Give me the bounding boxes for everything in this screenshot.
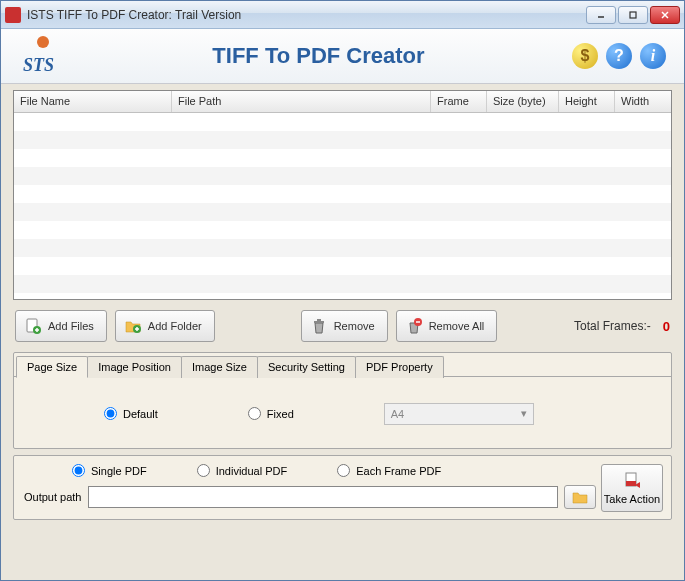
window-controls	[586, 6, 680, 24]
close-button[interactable]	[650, 6, 680, 24]
chevron-down-icon: ▾	[521, 407, 527, 420]
app-icon	[5, 7, 21, 23]
app-window: ISTS TIFF To PDF Creator: Trail Version …	[0, 0, 685, 581]
col-frame[interactable]: Frame	[431, 91, 487, 112]
tab-body: Default Fixed A4 ▾	[14, 376, 671, 448]
trash-icon	[310, 317, 328, 335]
col-width[interactable]: Width	[615, 91, 671, 112]
info-icon[interactable]: i	[640, 43, 666, 69]
individual-pdf-label: Individual PDF	[216, 465, 288, 477]
single-pdf-label: Single PDF	[91, 465, 147, 477]
tab-image-position[interactable]: Image Position	[87, 356, 182, 378]
add-files-label: Add Files	[48, 320, 94, 332]
help-icon[interactable]: ?	[606, 43, 632, 69]
default-label: Default	[123, 408, 158, 420]
col-height[interactable]: Height	[559, 91, 615, 112]
total-frames-label: Total Frames:-	[574, 319, 651, 333]
page-size-fixed-radio[interactable]: Fixed	[248, 407, 294, 420]
add-files-icon	[24, 317, 42, 335]
logo-icon: STS	[19, 36, 65, 76]
output-path-label: Output path	[24, 491, 82, 503]
maximize-button[interactable]	[618, 6, 648, 24]
titlebar: ISTS TIFF To PDF Creator: Trail Version	[1, 1, 684, 29]
col-filepath[interactable]: File Path	[172, 91, 431, 112]
take-action-label: Take Action	[604, 493, 660, 505]
tab-security[interactable]: Security Setting	[257, 356, 356, 378]
tab-strip: Page Size Image Position Image Size Secu…	[14, 353, 671, 377]
main-content: File Name File Path Frame Size (byte) He…	[1, 84, 684, 580]
svg-rect-11	[314, 321, 324, 323]
remove-all-button[interactable]: Remove All	[396, 310, 498, 342]
col-filename[interactable]: File Name	[14, 91, 172, 112]
app-title: TIFF To PDF Creator	[65, 43, 572, 69]
toolbar: Add Files Add Folder Remove Remove All	[13, 306, 672, 346]
svg-rect-12	[317, 319, 321, 321]
take-action-button[interactable]: Take Action	[601, 464, 663, 512]
svg-rect-16	[626, 481, 636, 486]
individual-pdf-radio[interactable]: Individual PDF	[197, 464, 288, 477]
each-frame-pdf-radio[interactable]: Each Frame PDF	[337, 464, 441, 477]
pdf-action-icon	[622, 471, 642, 491]
page-preset-value: A4	[391, 408, 404, 420]
remove-button[interactable]: Remove	[301, 310, 388, 342]
window-title: ISTS TIFF To PDF Creator: Trail Version	[27, 8, 586, 22]
page-preset-select[interactable]: A4 ▾	[384, 403, 534, 425]
svg-rect-1	[630, 12, 636, 18]
output-path-input[interactable]	[88, 486, 558, 508]
each-frame-pdf-label: Each Frame PDF	[356, 465, 441, 477]
grid-header: File Name File Path Frame Size (byte) He…	[14, 91, 671, 113]
add-files-button[interactable]: Add Files	[15, 310, 107, 342]
settings-tabs: Page Size Image Position Image Size Secu…	[13, 352, 672, 449]
minimize-button[interactable]	[586, 6, 616, 24]
remove-all-icon	[405, 317, 423, 335]
tab-image-size[interactable]: Image Size	[181, 356, 258, 378]
header: STS TIFF To PDF Creator $ ? i	[1, 29, 684, 84]
fixed-label: Fixed	[267, 408, 294, 420]
output-mode-row: Single PDF Individual PDF Each Frame PDF	[24, 462, 661, 485]
grid-body[interactable]	[14, 113, 671, 299]
add-folder-label: Add Folder	[148, 320, 202, 332]
add-folder-button[interactable]: Add Folder	[115, 310, 215, 342]
logo: STS	[19, 36, 65, 76]
header-icons: $ ? i	[572, 43, 666, 69]
remove-all-label: Remove All	[429, 320, 485, 332]
output-path-row: Output path	[24, 485, 661, 509]
folder-icon	[571, 489, 589, 505]
browse-button[interactable]	[564, 485, 596, 509]
single-pdf-radio[interactable]: Single PDF	[72, 464, 147, 477]
add-folder-icon	[124, 317, 142, 335]
output-panel: Single PDF Individual PDF Each Frame PDF…	[13, 455, 672, 520]
file-grid: File Name File Path Frame Size (byte) He…	[13, 90, 672, 300]
tab-page-size[interactable]: Page Size	[16, 356, 88, 378]
tab-pdf-property[interactable]: PDF Property	[355, 356, 444, 378]
page-size-default-radio[interactable]: Default	[104, 407, 158, 420]
buy-icon[interactable]: $	[572, 43, 598, 69]
remove-label: Remove	[334, 320, 375, 332]
col-size[interactable]: Size (byte)	[487, 91, 559, 112]
total-frames-value: 0	[663, 319, 670, 334]
